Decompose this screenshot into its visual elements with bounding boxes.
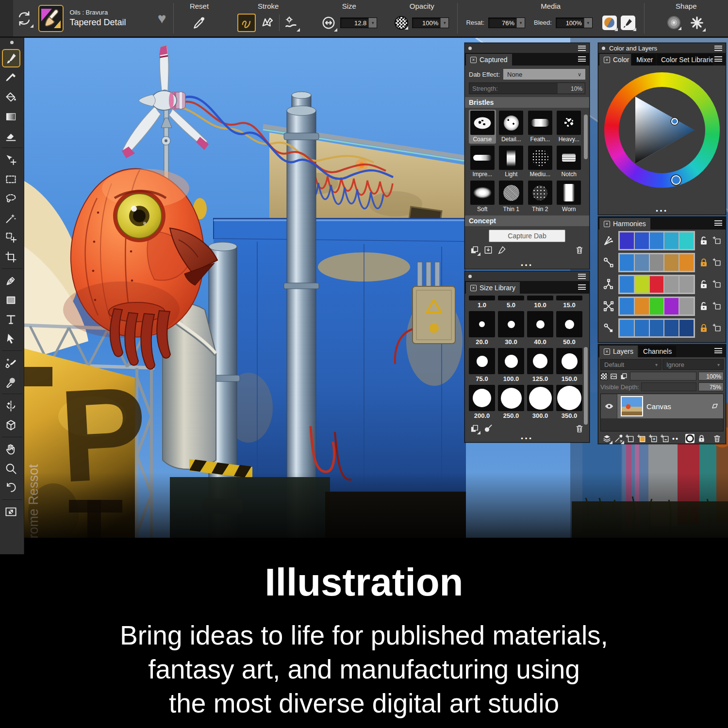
brush-chip[interactable] <box>38 5 64 32</box>
pick-up-underlying-icon[interactable] <box>610 372 618 381</box>
scrollbar-thumb[interactable] <box>584 115 588 159</box>
color-swatch[interactable] <box>664 232 678 249</box>
crop-tool[interactable] <box>2 248 20 266</box>
bleed-field[interactable]: 100%▾ <box>556 17 593 28</box>
trash-icon[interactable] <box>575 245 584 255</box>
color-swatch[interactable] <box>635 276 649 293</box>
rectangular-selection-tool[interactable] <box>2 170 20 188</box>
perspective-grid-tool[interactable] <box>2 416 20 434</box>
dab-coarse[interactable]: Coarse <box>469 110 496 144</box>
resat-dropdown-arrow-icon[interactable]: ▾ <box>516 18 525 28</box>
pen-tool[interactable] <box>2 271 20 290</box>
size-75.0[interactable]: 75.0 <box>469 348 495 384</box>
menu-icon[interactable] <box>578 46 586 51</box>
sparkle-brush-tool[interactable] <box>2 353 20 372</box>
opacity-dropdown-arrow-icon[interactable]: ▾ <box>440 18 448 28</box>
layer-commands-icon[interactable] <box>602 434 612 443</box>
size-5.0[interactable]: 5.0 <box>498 296 524 310</box>
freehand-stroke-button[interactable] <box>237 14 256 32</box>
dab-heavy[interactable]: Heavy... <box>556 110 583 144</box>
size-250.0[interactable]: 250.0 <box>498 385 524 421</box>
lock-closed-icon[interactable] <box>698 323 709 333</box>
paint-bucket-tool[interactable] <box>2 88 20 106</box>
size-field[interactable]: 12.8▾ <box>340 17 377 28</box>
size-200.0[interactable]: 200.0 <box>469 385 495 421</box>
dab-light[interactable]: Light <box>498 145 525 179</box>
rectangle-shape-tool[interactable] <box>2 291 20 309</box>
menu-icon[interactable] <box>714 220 722 226</box>
empty-swatch[interactable] <box>679 298 694 314</box>
color-swatch[interactable] <box>679 254 694 271</box>
layer-row-canvas[interactable]: Canvas <box>601 394 723 418</box>
dab-preview-icon[interactable] <box>483 424 493 433</box>
menu-icon[interactable] <box>578 274 586 279</box>
menu-icon[interactable] <box>578 284 586 290</box>
captured-group-header[interactable] <box>465 43 589 53</box>
color-swatch[interactable] <box>620 232 634 249</box>
edit-dab-icon[interactable] <box>497 245 507 255</box>
layer-adjuster-tool[interactable] <box>2 150 20 169</box>
color-swatch[interactable] <box>664 298 678 314</box>
mirror-painting-tool[interactable] <box>2 397 20 415</box>
composite-depth-select[interactable]: Ignore▾ <box>662 359 724 370</box>
dab-impre[interactable]: Impre... <box>469 145 496 179</box>
close-icon[interactable]: × <box>470 285 477 291</box>
bleed-dropdown-arrow-icon[interactable]: ▾ <box>584 18 592 28</box>
size-125.0[interactable]: 125.0 <box>527 348 553 384</box>
menu-icon[interactable] <box>714 348 722 353</box>
heart-icon[interactable]: ♥ <box>158 11 166 26</box>
color-swatch[interactable] <box>620 254 634 271</box>
lasso-tool[interactable] <box>2 189 20 208</box>
color-swatch[interactable] <box>650 276 664 293</box>
menu-icon[interactable] <box>714 56 722 62</box>
preserve-transparency-icon[interactable] <box>600 373 608 380</box>
eraser-tool[interactable] <box>2 127 20 145</box>
copy-size-icon[interactable] <box>470 424 480 433</box>
dynamic-plugins-icon[interactable] <box>614 434 623 443</box>
text-tool[interactable] <box>2 310 20 329</box>
harmony-rays-icon[interactable] <box>602 234 615 247</box>
magnifier-tool[interactable] <box>2 459 20 478</box>
color-layers-group-header[interactable]: Color and Layers <box>598 43 726 53</box>
close-icon[interactable]: × <box>470 57 477 63</box>
size-1.0[interactable]: 1.0 <box>469 296 495 310</box>
size-40.0[interactable]: 40.0 <box>527 311 553 347</box>
size-50.0[interactable]: 50.0 <box>556 311 582 347</box>
tab-captured[interactable]: ×Captured <box>466 54 512 66</box>
size-library-group-header[interactable] <box>465 271 589 281</box>
sv-triangle[interactable] <box>621 89 703 171</box>
color-swatch[interactable] <box>679 320 694 336</box>
magic-wand-tool[interactable] <box>2 209 20 227</box>
dab-thin1[interactable]: Thin 1 <box>498 180 525 214</box>
size-100.0[interactable]: 100.0 <box>498 348 524 384</box>
brush-labels[interactable]: Oils : Bravura Tapered Detail <box>69 9 151 28</box>
color-swatch[interactable] <box>650 254 664 271</box>
layer-mask-icon[interactable] <box>685 434 695 443</box>
color-media-button[interactable] <box>602 16 617 30</box>
size-350.0[interactable]: 350.0 <box>556 385 582 421</box>
lock-layer-icon[interactable] <box>697 434 706 443</box>
lock-closed-icon[interactable] <box>698 257 709 268</box>
new-liquid-ink-layer-icon[interactable] <box>661 434 670 443</box>
menu-icon[interactable] <box>578 56 586 62</box>
size-30.0[interactable]: 30.0 <box>498 311 524 347</box>
harmony-two-point-icon[interactable] <box>602 256 615 269</box>
opacity-checker-icon[interactable] <box>395 16 408 30</box>
color-swatch[interactable] <box>635 320 649 336</box>
trash-icon[interactable] <box>575 424 584 433</box>
duplicate-icon[interactable] <box>620 372 628 381</box>
tab-color-set-libraries[interactable]: Color Set Librarie <box>657 54 713 66</box>
menu-icon[interactable] <box>714 46 722 51</box>
close-icon[interactable]: × <box>604 57 610 63</box>
tab-mixer[interactable]: Mixer <box>632 54 656 66</box>
selection-adjuster-tool[interactable] <box>2 228 20 247</box>
size-circle-icon[interactable] <box>321 15 336 31</box>
visible-depth-slider[interactable] <box>641 382 696 391</box>
size-20.0[interactable]: 20.0 <box>469 311 495 347</box>
shape-gear-icon[interactable] <box>667 16 680 29</box>
new-watercolor-layer-icon[interactable] <box>649 434 658 443</box>
add-swatch-icon[interactable] <box>712 258 722 267</box>
harmony-branch-icon[interactable] <box>602 278 615 291</box>
toolbox-handle[interactable] <box>10 41 14 44</box>
color-swatch[interactable] <box>650 320 664 336</box>
